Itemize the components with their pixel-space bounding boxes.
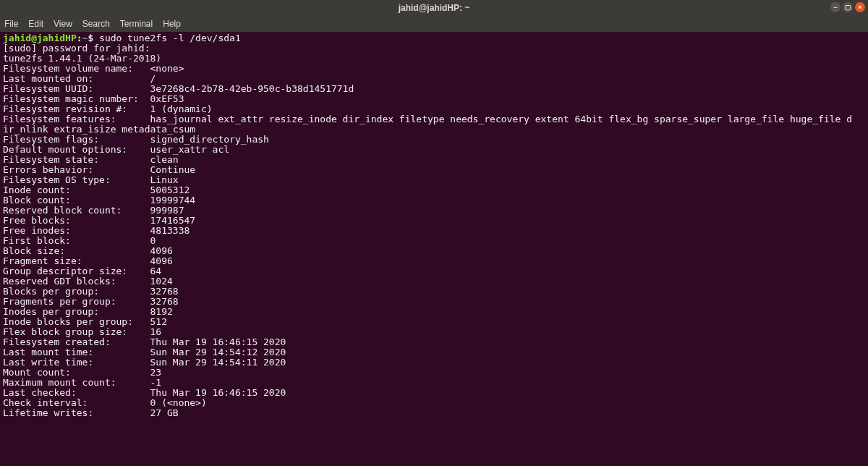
output-value: Thu Mar 19 16:46:15 2020 bbox=[150, 387, 286, 398]
output-key: Last mount time: bbox=[3, 347, 150, 357]
output-value: 23 bbox=[150, 367, 162, 378]
output-line: Inode blocks per group: 512 bbox=[3, 316, 167, 327]
output-value: -1 bbox=[150, 377, 162, 388]
output-key: Filesystem created: bbox=[3, 336, 150, 347]
output-key: Maximum mount count: bbox=[3, 377, 150, 388]
output-line: Check interval: 0 (<none>) bbox=[3, 397, 207, 408]
output-line: Flex block group size: 16 bbox=[3, 326, 161, 337]
prompt-colon: : bbox=[77, 33, 82, 43]
close-button[interactable]: × bbox=[855, 2, 865, 12]
output-key: Inode count: bbox=[3, 185, 150, 195]
maximize-button[interactable]: ▢ bbox=[843, 2, 853, 12]
output-value: Sun Mar 29 14:54:12 2020 bbox=[150, 347, 286, 357]
output-line: Reserved block count: 999987 bbox=[3, 205, 184, 216]
menu-bar: File Edit View Search Terminal Help bbox=[0, 16, 868, 32]
output-value: 0xEF53 bbox=[150, 93, 184, 104]
output-key: Inodes per group: bbox=[3, 306, 150, 317]
terminal-area[interactable]: jahid@jahidHP:~$ sudo tune2fs -l /dev/sd… bbox=[0, 32, 868, 466]
output-value: has_journal ext_attr resize_inode dir_in… bbox=[150, 114, 853, 124]
output-line: Fragments per group: 32768 bbox=[3, 296, 179, 307]
output-key: Filesystem magic number: bbox=[3, 93, 150, 104]
output-line: Reserved GDT blocks: 1024 bbox=[3, 276, 173, 287]
output-key: Free inodes: bbox=[3, 225, 150, 236]
output-value: 4096 bbox=[150, 255, 173, 266]
output-value: 0 (<none>) bbox=[150, 397, 207, 408]
output-value: 5005312 bbox=[150, 185, 190, 195]
output-line: Block count: 19999744 bbox=[3, 195, 195, 206]
menu-file[interactable]: File bbox=[4, 19, 18, 29]
output-line: Mount count: 23 bbox=[3, 367, 161, 378]
prompt-command: sudo tune2fs -l /dev/sda1 bbox=[99, 33, 241, 43]
output-key: Block size: bbox=[3, 245, 150, 256]
menu-help[interactable]: Help bbox=[163, 19, 181, 29]
output-value: user_xattr acl bbox=[150, 144, 230, 155]
output-value: 1024 bbox=[150, 276, 173, 287]
menu-terminal[interactable]: Terminal bbox=[120, 19, 153, 29]
output-key: Last checked: bbox=[3, 387, 150, 398]
output-key: Block count: bbox=[3, 195, 150, 206]
output-key: Mount count: bbox=[3, 367, 150, 378]
output-key: Filesystem features: bbox=[3, 114, 150, 124]
output-line: ir_nlink extra_isize metadata_csum bbox=[3, 124, 195, 135]
output-line: Filesystem OS type: Linux bbox=[3, 174, 179, 185]
output-key: Errors behavior: bbox=[3, 164, 150, 175]
output-line: Last write time: Sun Mar 29 14:54:11 202… bbox=[3, 357, 286, 368]
prompt-dollar: $ bbox=[88, 33, 99, 43]
output-key: Default mount options: bbox=[3, 144, 150, 155]
output-key: Filesystem state: bbox=[3, 154, 150, 165]
window-controls: – ▢ × bbox=[830, 2, 865, 12]
output-line: First block: 0 bbox=[3, 235, 156, 246]
output-value: signed_directory_hash bbox=[150, 134, 275, 145]
output-line: Filesystem revision #: 1 (dynamic) bbox=[3, 103, 213, 114]
output-value: 999987 bbox=[150, 205, 184, 216]
output-value: 17416547 bbox=[150, 215, 196, 226]
output-line: Last checked: Thu Mar 19 16:46:15 2020 bbox=[3, 387, 286, 398]
output-value: clean bbox=[150, 154, 179, 165]
menu-search[interactable]: Search bbox=[82, 19, 110, 29]
output-value: Thu Mar 19 16:46:15 2020 bbox=[150, 336, 286, 347]
output-line: Inode count: 5005312 bbox=[3, 185, 190, 195]
prompt-userhost: jahid@jahidHP bbox=[3, 33, 77, 43]
output-key: Inode blocks per group: bbox=[3, 316, 150, 327]
output-key: Group descriptor size: bbox=[3, 266, 150, 276]
output-line: Group descriptor size: 64 bbox=[3, 266, 161, 276]
output-line: Filesystem volume name: <none> bbox=[3, 63, 184, 74]
output-value: 27 GB bbox=[150, 407, 179, 418]
output-line: Last mount time: Sun Mar 29 14:54:12 202… bbox=[3, 347, 286, 357]
output-value: 16 bbox=[150, 326, 162, 337]
output-line: Free inodes: 4813338 bbox=[3, 225, 190, 236]
output-value: 4813338 bbox=[150, 225, 190, 236]
output-line: Block size: 4096 bbox=[3, 245, 173, 256]
output-key: Reserved block count: bbox=[3, 205, 150, 216]
output-line: [sudo] password for jahid: bbox=[3, 43, 156, 54]
output-value: 3e7268c4-2b78-42eb-950c-b38d1451771d bbox=[150, 83, 354, 94]
minimize-button[interactable]: – bbox=[830, 2, 841, 12]
menu-edit[interactable]: Edit bbox=[28, 19, 43, 29]
output-value: Continue bbox=[150, 164, 196, 175]
output-value: 1 (dynamic) bbox=[150, 103, 213, 114]
output-line: Fragment size: 4096 bbox=[3, 255, 173, 266]
output-line: Filesystem features: has_journal ext_att… bbox=[3, 114, 852, 124]
output-key: Fragments per group: bbox=[3, 296, 150, 307]
output-line: Filesystem created: Thu Mar 19 16:46:15 … bbox=[3, 336, 286, 347]
output-value: 32768 bbox=[150, 296, 179, 307]
output-key: Last write time: bbox=[3, 357, 150, 368]
output-line: Inodes per group: 8192 bbox=[3, 306, 173, 317]
output-value: 512 bbox=[150, 316, 167, 327]
output-line: Filesystem state: clean bbox=[3, 154, 179, 165]
output-key: ir_nlink extra_isize metadata_csum bbox=[3, 124, 195, 135]
output-key: Lifetime writes: bbox=[3, 407, 150, 418]
output-value: 0 bbox=[150, 235, 156, 246]
output-value: 19999744 bbox=[150, 195, 196, 206]
output-key: Check interval: bbox=[3, 397, 150, 408]
output-value: 64 bbox=[150, 266, 162, 276]
output-key: Flex block group size: bbox=[3, 326, 150, 337]
menu-view[interactable]: View bbox=[54, 19, 72, 29]
output-key: First block: bbox=[3, 235, 150, 246]
output-line: Filesystem UUID: 3e7268c4-2b78-42eb-950c… bbox=[3, 83, 354, 94]
output-line: Filesystem flags: signed_directory_hash bbox=[3, 134, 275, 145]
output-line: Last mounted on: / bbox=[3, 73, 156, 84]
output-value: Linux bbox=[150, 174, 179, 185]
output-value: 4096 bbox=[150, 245, 173, 256]
output-value: 32768 bbox=[150, 286, 179, 297]
